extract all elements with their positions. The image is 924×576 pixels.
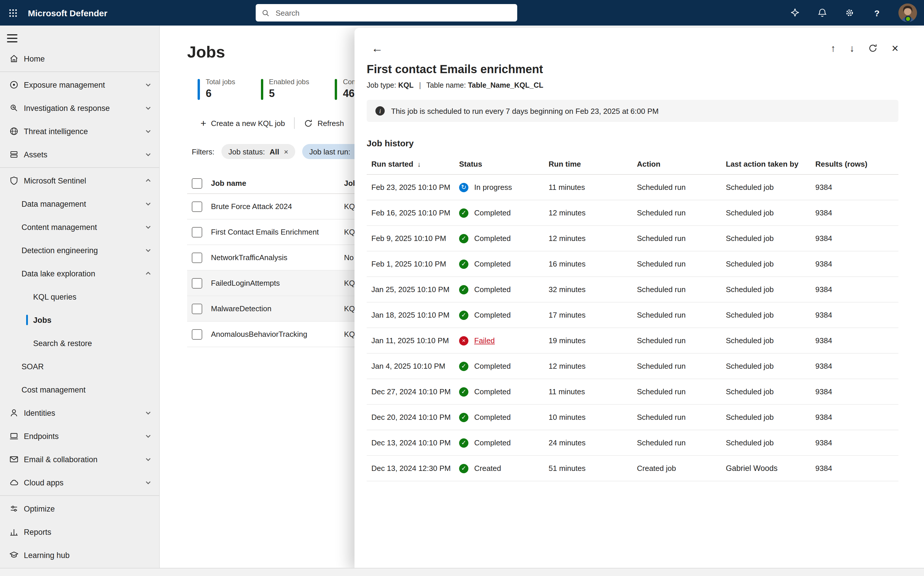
sidebar-item-investigation-response[interactable]: Investigation & response: [0, 96, 159, 120]
top-bar: Microsoft Defender: [0, 0, 924, 26]
previous-item-button[interactable]: ↑: [831, 43, 836, 53]
filters-label: Filters:: [192, 147, 215, 156]
column-run-time[interactable]: Run time: [544, 160, 632, 168]
filter-job-status-pill[interactable]: Job status: All ×: [221, 144, 295, 159]
chevron-down-icon: [145, 456, 152, 463]
table-name-label: Table name:: [426, 81, 466, 90]
sidebar-item-content-management[interactable]: Content management: [0, 215, 159, 238]
action: Scheduled run: [632, 259, 721, 268]
column-job-name[interactable]: Job name: [211, 179, 344, 187]
notifications-button[interactable]: [817, 7, 828, 19]
sidebar-item-email-collaboration[interactable]: Email & collaboration: [0, 448, 159, 471]
sidebar-item-endpoints[interactable]: Endpoints: [0, 424, 159, 448]
history-row[interactable]: Feb 23, 2025 10:10 PM ↻ In progress 11 m…: [367, 175, 898, 200]
run-started: Jan 4, 2025 10:10 PM: [367, 362, 454, 370]
table-name-value: Table_Name_KQL_CL: [468, 81, 543, 90]
action: Created job: [632, 464, 721, 473]
global-search[interactable]: [256, 4, 517, 21]
sidebar-item-assets[interactable]: Assets: [0, 143, 159, 166]
row-checkbox[interactable]: [192, 278, 202, 288]
history-row[interactable]: Jan 11, 2025 10:10 PM × Failed 19 minute…: [367, 328, 898, 354]
sidebar-item-cost-management[interactable]: Cost management: [0, 378, 159, 401]
status-cell: ✓ Completed: [454, 387, 544, 396]
bell-icon: [817, 8, 828, 18]
close-button[interactable]: ×: [892, 42, 898, 54]
status-cell: ✓ Completed: [454, 208, 544, 218]
sidebar-item-optimize[interactable]: Optimize: [0, 497, 159, 520]
sidebar-item-identities[interactable]: Identities: [0, 401, 159, 424]
create-kql-job-button[interactable]: + Create a new KQL job: [201, 118, 285, 128]
results: 9384: [811, 234, 898, 243]
completed-icon: ✓: [459, 387, 468, 396]
history-row[interactable]: Dec 20, 2024 10:10 PM ✓ Completed 10 min…: [367, 405, 898, 430]
failed-status-link[interactable]: Failed: [474, 336, 495, 345]
sidebar-item-soar[interactable]: SOAR: [0, 355, 159, 378]
select-all-checkbox[interactable]: [192, 178, 202, 189]
nav-label: Home: [24, 54, 45, 63]
sidebar-item-reports[interactable]: Reports: [0, 520, 159, 544]
column-label: Run started: [371, 160, 413, 168]
sidebar-item-data-lake-exploration[interactable]: Data lake exploration: [0, 262, 159, 285]
sidebar-item-detection-engineering[interactable]: Detection engineering: [0, 238, 159, 262]
panel-refresh-button[interactable]: [868, 43, 878, 53]
help-button[interactable]: ?: [871, 7, 883, 19]
row-checkbox[interactable]: [192, 252, 202, 263]
back-button[interactable]: ←: [371, 42, 383, 54]
sidebar-item-exposure-management[interactable]: Exposure management: [0, 73, 159, 96]
settings-button[interactable]: [844, 7, 855, 19]
status-cell: ✓ Created: [454, 464, 544, 473]
row-checkbox[interactable]: [192, 201, 202, 212]
sidebar-item-jobs[interactable]: Jobs: [0, 308, 159, 331]
history-row[interactable]: Jan 25, 2025 10:10 PM ✓ Completed 32 min…: [367, 277, 898, 302]
job-name[interactable]: AnomalousBehaviorTracking: [211, 330, 344, 339]
column-status[interactable]: Status: [454, 160, 544, 168]
sidebar-item-learning-hub[interactable]: Learning hub: [0, 544, 159, 567]
sidebar-item-threat-intelligence[interactable]: Threat intelligence: [0, 120, 159, 143]
row-checkbox[interactable]: [192, 303, 202, 314]
app-launcher-button[interactable]: [0, 0, 26, 26]
column-action[interactable]: Action: [632, 160, 721, 168]
sidebar-item-cloud-apps[interactable]: Cloud apps: [0, 471, 159, 494]
copilot-button[interactable]: [789, 7, 801, 19]
row-checkbox[interactable]: [192, 329, 202, 339]
history-row[interactable]: Dec 13, 2024 10:10 PM ✓ Completed 24 min…: [367, 430, 898, 456]
column-results[interactable]: Results (rows): [811, 160, 898, 168]
history-row[interactable]: Jan 18, 2025 10:10 PM ✓ Completed 17 min…: [367, 302, 898, 328]
sidebar-item-data-management[interactable]: Data management: [0, 192, 159, 215]
job-name[interactable]: First Contact Emails Enrichment: [211, 227, 344, 236]
job-name[interactable]: Brute Force Attack 2024: [211, 202, 344, 211]
remove-filter-icon[interactable]: ×: [284, 147, 288, 156]
sidebar-item-home[interactable]: Home: [0, 47, 159, 70]
status-label: In progress: [474, 183, 512, 192]
history-row[interactable]: Dec 13, 2024 12:30 PM ✓ Created 51 minut…: [367, 456, 898, 482]
last-action-by: Scheduled job: [721, 387, 811, 396]
job-name[interactable]: MalwareDetection: [211, 304, 344, 313]
sidebar-item-kql-queries[interactable]: KQL queries: [0, 285, 159, 308]
optimize-icon: [8, 503, 20, 514]
sort-descending-icon[interactable]: ↓: [417, 160, 421, 168]
history-row[interactable]: Feb 16, 2025 10:10 PM ✓ Completed 12 min…: [367, 200, 898, 226]
history-row[interactable]: Jan 4, 2025 10:10 PM ✓ Completed 12 minu…: [367, 354, 898, 379]
sidebar-item-microsoft-sentinel[interactable]: Microsoft Sentinel: [0, 169, 159, 192]
last-action-by: Scheduled job: [721, 259, 811, 268]
chevron-down-icon: [145, 151, 152, 158]
column-last-action-by[interactable]: Last action taken by: [721, 160, 811, 168]
filter-status-value: All: [270, 147, 279, 156]
next-item-button[interactable]: ↓: [850, 43, 855, 53]
job-name[interactable]: NetworkTrafficAnalysis: [211, 253, 344, 262]
history-row[interactable]: Feb 9, 2025 10:10 PM ✓ Completed 12 minu…: [367, 226, 898, 251]
history-row[interactable]: Feb 1, 2025 10:10 PM ✓ Completed 16 minu…: [367, 251, 898, 277]
refresh-button[interactable]: Refresh: [304, 119, 344, 128]
exposure-management-icon: [8, 79, 20, 91]
schedule-info-text: This job is scheduled to run every 7 day…: [391, 107, 659, 115]
sidebar-item-search-restore[interactable]: Search & restore: [0, 331, 159, 355]
hamburger-menu-button[interactable]: [7, 34, 19, 42]
row-checkbox[interactable]: [192, 227, 202, 237]
history-row[interactable]: Dec 27, 2024 10:10 PM ✓ Completed 11 min…: [367, 379, 898, 405]
column-run-started[interactable]: Run started↓: [367, 160, 454, 168]
action: Scheduled run: [632, 285, 721, 294]
chevron-down-icon: [145, 224, 152, 230]
job-name[interactable]: FailedLoginAttempts: [211, 279, 344, 287]
search-input[interactable]: [274, 8, 512, 18]
run-time: 17 minutes: [544, 310, 632, 319]
